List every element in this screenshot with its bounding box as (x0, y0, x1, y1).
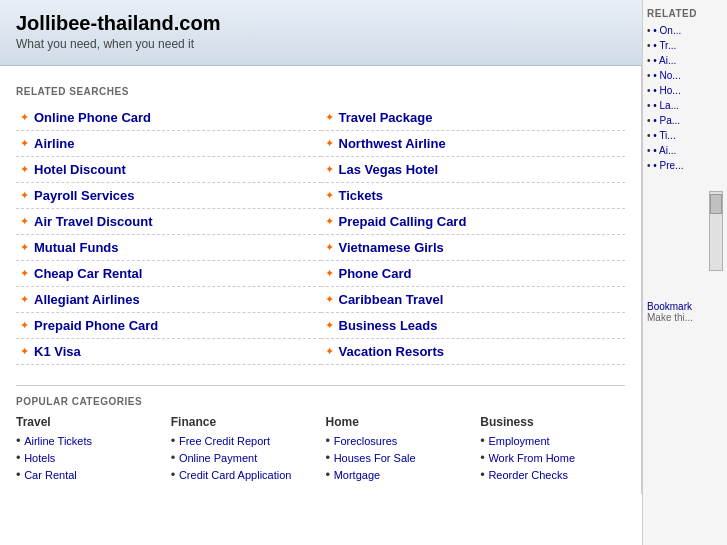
list-item: ✦ Caribbean Travel (321, 287, 626, 313)
list-item: ✦ Northwest Airline (321, 131, 626, 157)
right-panel-label: RELATED (647, 8, 723, 19)
link-car-rental[interactable]: Car Rental (24, 469, 77, 481)
link-reorder-checks[interactable]: Reorder Checks (488, 469, 567, 481)
list-item: Mortgage (326, 467, 471, 482)
link-employment[interactable]: Employment (488, 435, 549, 447)
list-item: ✦ Travel Package (321, 105, 626, 131)
list-item: ✦ Vacation Resorts (321, 339, 626, 365)
right-panel-link[interactable]: • Ti... (647, 130, 723, 141)
arrow-icon: ✦ (325, 345, 334, 358)
list-item: ✦ Las Vegas Hotel (321, 157, 626, 183)
link-travel-package[interactable]: Travel Package (339, 110, 433, 125)
list-item: ✦ Payroll Services (16, 183, 321, 209)
arrow-icon: ✦ (20, 345, 29, 358)
right-panel-link[interactable]: • No... (647, 70, 723, 81)
right-panel-link[interactable]: • Ho... (647, 85, 723, 96)
category-travel: Travel Airline Tickets Hotels Car Rental (16, 415, 161, 484)
list-item: ✦ Tickets (321, 183, 626, 209)
link-k1-visa[interactable]: K1 Visa (34, 344, 81, 359)
list-item: ✦ Prepaid Calling Card (321, 209, 626, 235)
list-item: ✦ Prepaid Phone Card (16, 313, 321, 339)
link-online-payment[interactable]: Online Payment (179, 452, 257, 464)
link-credit-card-application[interactable]: Credit Card Application (179, 469, 292, 481)
bookmark-sub: Make thi... (647, 312, 723, 323)
link-business-leads[interactable]: Business Leads (339, 318, 438, 333)
left-links-col: ✦ Online Phone Card ✦ Airline ✦ Hotel Di… (16, 105, 321, 365)
link-houses-for-sale[interactable]: Houses For Sale (334, 452, 416, 464)
link-phone-card[interactable]: Phone Card (339, 266, 412, 281)
link-online-phone-card[interactable]: Online Phone Card (34, 110, 151, 125)
arrow-icon: ✦ (20, 293, 29, 306)
right-panel-link[interactable]: • Ai... (647, 145, 723, 156)
category-heading-travel: Travel (16, 415, 161, 429)
list-item: ✦ Hotel Discount (16, 157, 321, 183)
list-item: ✦ Airline (16, 131, 321, 157)
link-prepaid-phone-card[interactable]: Prepaid Phone Card (34, 318, 158, 333)
link-airline[interactable]: Airline (34, 136, 74, 151)
list-item: Houses For Sale (326, 450, 471, 465)
list-item: ✦ Air Travel Discount (16, 209, 321, 235)
link-mortgage[interactable]: Mortgage (334, 469, 380, 481)
link-air-travel-discount[interactable]: Air Travel Discount (34, 214, 152, 229)
list-item: ✦ Allegiant Airlines (16, 287, 321, 313)
right-panel-link[interactable]: • On... (647, 25, 723, 36)
link-work-from-home[interactable]: Work From Home (488, 452, 575, 464)
related-searches-label: RELATED SEARCHES (16, 86, 625, 97)
arrow-icon: ✦ (20, 137, 29, 150)
link-foreclosures[interactable]: Foreclosures (334, 435, 398, 447)
arrow-icon: ✦ (20, 163, 29, 176)
list-item: Work From Home (480, 450, 625, 465)
related-searches-grid: ✦ Online Phone Card ✦ Airline ✦ Hotel Di… (16, 105, 625, 365)
arrow-icon: ✦ (325, 319, 334, 332)
link-vietnamese-girls[interactable]: Vietnamese Girls (339, 240, 444, 255)
arrow-icon: ✦ (325, 267, 334, 280)
site-title: Jollibee-thailand.com (16, 12, 626, 35)
bookmark-label[interactable]: Bookmark (647, 301, 723, 312)
link-vacation-resorts[interactable]: Vacation Resorts (339, 344, 445, 359)
category-heading-business: Business (480, 415, 625, 429)
arrow-icon: ✦ (20, 319, 29, 332)
right-panel-link[interactable]: • Ai... (647, 55, 723, 66)
arrow-icon: ✦ (20, 111, 29, 124)
arrow-icon: ✦ (325, 137, 334, 150)
link-allegiant-airlines[interactable]: Allegiant Airlines (34, 292, 140, 307)
link-cheap-car-rental[interactable]: Cheap Car Rental (34, 266, 142, 281)
list-item: Hotels (16, 450, 161, 465)
link-mutual-funds[interactable]: Mutual Funds (34, 240, 119, 255)
link-las-vegas-hotel[interactable]: Las Vegas Hotel (339, 162, 439, 177)
link-hotels[interactable]: Hotels (24, 452, 55, 464)
category-business: Business Employment Work From Home Reord… (480, 415, 625, 484)
link-northwest-airline[interactable]: Northwest Airline (339, 136, 446, 151)
link-payroll-services[interactable]: Payroll Services (34, 188, 134, 203)
link-caribbean-travel[interactable]: Caribbean Travel (339, 292, 444, 307)
right-panel-link[interactable]: • Pre... (647, 160, 723, 171)
list-item: ✦ Vietnamese Girls (321, 235, 626, 261)
right-panel-link[interactable]: • La... (647, 100, 723, 111)
category-heading-finance: Finance (171, 415, 316, 429)
scrollbar-thumb[interactable] (710, 194, 722, 214)
arrow-icon: ✦ (325, 111, 334, 124)
category-heading-home: Home (326, 415, 471, 429)
link-hotel-discount[interactable]: Hotel Discount (34, 162, 126, 177)
link-prepaid-calling-card[interactable]: Prepaid Calling Card (339, 214, 467, 229)
right-sidebar: RELATED • On... • Tr... • Ai... • No... … (642, 0, 727, 545)
scrollbar-track[interactable] (709, 191, 723, 271)
arrow-icon: ✦ (325, 293, 334, 306)
link-free-credit-report[interactable]: Free Credit Report (179, 435, 270, 447)
arrow-icon: ✦ (20, 241, 29, 254)
link-tickets[interactable]: Tickets (339, 188, 384, 203)
list-item: ✦ Phone Card (321, 261, 626, 287)
right-panel-link[interactable]: • Pa... (647, 115, 723, 126)
list-item: Foreclosures (326, 433, 471, 448)
arrow-icon: ✦ (325, 163, 334, 176)
right-panel-link[interactable]: • Tr... (647, 40, 723, 51)
arrow-icon: ✦ (325, 215, 334, 228)
list-item: Reorder Checks (480, 467, 625, 482)
left-main: Jollibee-thailand.com What you need, whe… (0, 0, 642, 545)
link-airline-tickets[interactable]: Airline Tickets (24, 435, 92, 447)
main-content: RELATED SEARCHES ✦ Online Phone Card ✦ A… (0, 66, 642, 494)
list-item: ✦ Mutual Funds (16, 235, 321, 261)
arrow-icon: ✦ (325, 189, 334, 202)
arrow-icon: ✦ (20, 267, 29, 280)
category-finance: Finance Free Credit Report Online Paymen… (171, 415, 316, 484)
